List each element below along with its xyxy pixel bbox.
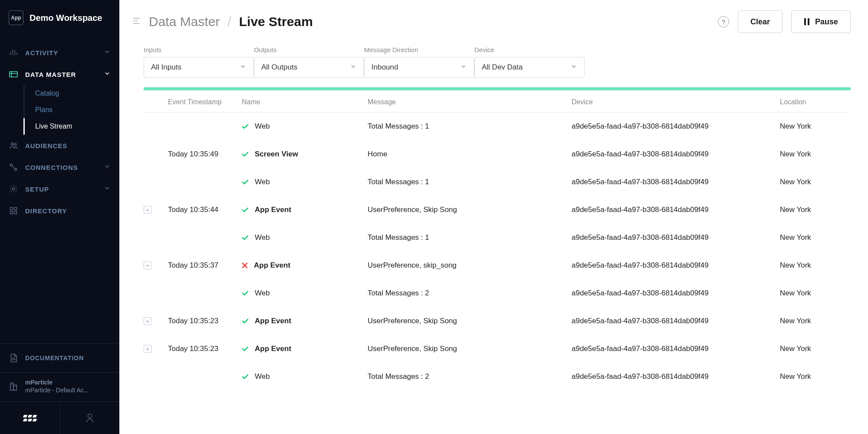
cell-message: Total Messages : 2: [368, 372, 572, 381]
subnav-catalog[interactable]: Catalog: [23, 85, 119, 102]
sidebar-bottom: Documentation mParticle mParticle - Defa…: [0, 343, 119, 434]
cell-location: New York: [780, 150, 851, 159]
check-icon: [242, 346, 249, 351]
svg-rect-7: [14, 208, 17, 210]
filter-direction-label: Message Direction: [364, 46, 474, 53]
table-row[interactable]: +Today 10:35:37App EventUserPreference, …: [144, 252, 851, 279]
table-row[interactable]: WebTotal Messages : 1a9de5e5a-faad-4a97-…: [144, 113, 851, 140]
expand-button[interactable]: +: [144, 206, 151, 214]
cell-message: UserPreference, Skip Song: [368, 317, 572, 325]
table-row[interactable]: WebTotal Messages : 2a9de5e5a-faad-4a97-…: [144, 279, 851, 307]
check-icon: [242, 179, 249, 185]
sidebar: App Demo Workspace Activity Data Master …: [0, 0, 119, 434]
cell-device: a9de5e5a-faad-4a97-b308-6814dab09f49: [572, 261, 780, 270]
main-content: Data Master / Live Stream ? Clear Pause …: [119, 0, 868, 434]
svg-rect-8: [10, 212, 13, 214]
cell-device: a9de5e5a-faad-4a97-b308-6814dab09f49: [572, 345, 780, 353]
gear-icon: [9, 184, 18, 194]
svg-point-3: [10, 164, 13, 166]
svg-point-4: [15, 169, 17, 171]
th-message: Message: [368, 98, 572, 106]
user-button[interactable]: [60, 402, 119, 434]
chevron-down-icon: [104, 48, 111, 57]
connections-icon: [9, 162, 18, 172]
workspace-header[interactable]: App Demo Workspace: [0, 0, 119, 36]
nav-audiences-label: Audiences: [25, 142, 111, 149]
cell-message: Total Messages : 1: [368, 233, 572, 242]
table-row[interactable]: +Today 10:35:23App EventUserPreference, …: [144, 307, 851, 335]
table-row[interactable]: WebTotal Messages : 1a9de5e5a-faad-4a97-…: [144, 168, 851, 196]
table-row[interactable]: WebTotal Messages : 1a9de5e5a-faad-4a97-…: [144, 224, 851, 252]
subnav-live-stream[interactable]: Live Stream: [23, 118, 119, 135]
cell-device: a9de5e5a-faad-4a97-b308-6814dab09f49: [572, 205, 780, 214]
table-row[interactable]: Today 10:35:49Screen ViewHomea9de5e5a-fa…: [144, 140, 851, 168]
expand-button[interactable]: +: [144, 317, 151, 325]
cell-message: Total Messages : 2: [368, 289, 572, 298]
cell-location: New York: [780, 122, 851, 131]
nav-setup[interactable]: Setup: [0, 178, 119, 200]
cell-name: Web: [242, 178, 368, 186]
expand-button[interactable]: +: [144, 262, 151, 269]
event-name: Web: [255, 178, 270, 186]
cell-timestamp: Today 10:35:37: [168, 261, 242, 270]
nav-directory[interactable]: Directory: [0, 200, 119, 222]
filter-device-select[interactable]: All Dev Data: [474, 57, 585, 78]
nav-audiences[interactable]: Audiences: [0, 135, 119, 156]
th-device: Device: [572, 98, 780, 106]
chevron-down-icon: [570, 63, 577, 72]
filter-outputs-select[interactable]: All Outputs: [254, 57, 364, 78]
filter-inputs-select[interactable]: All Inputs: [144, 57, 254, 78]
filter-outputs-value: All Outputs: [261, 63, 297, 72]
pause-button[interactable]: Pause: [791, 10, 851, 33]
clear-button[interactable]: Clear: [738, 10, 783, 33]
breadcrumb-icon: [132, 17, 141, 27]
cell-name: Web: [242, 372, 368, 381]
chevron-down-icon: [104, 185, 111, 193]
filter-device-value: All Dev Data: [482, 63, 523, 72]
nav-data-master[interactable]: Data Master: [0, 63, 119, 85]
account-switcher[interactable]: mParticle mParticle - Default Ac...: [0, 373, 119, 402]
user-icon: [85, 413, 95, 423]
subnav-plans[interactable]: Plans: [23, 102, 119, 118]
th-location: Location: [780, 98, 851, 106]
nav-connections[interactable]: Connections: [0, 156, 119, 178]
filter-direction-select[interactable]: Inbound: [364, 57, 474, 78]
nav-directory-label: Directory: [25, 207, 111, 215]
expand-button[interactable]: +: [144, 345, 151, 353]
pause-label: Pause: [815, 17, 838, 27]
help-button[interactable]: ?: [718, 16, 729, 27]
nav-activity[interactable]: Activity: [0, 42, 119, 63]
event-name: Web: [255, 289, 270, 298]
cell-name: Web: [242, 122, 368, 131]
check-icon: [242, 235, 249, 240]
data-master-subnav: Catalog Plans Live Stream: [0, 85, 119, 135]
svg-rect-10: [10, 383, 13, 390]
filter-inputs-label: Inputs: [144, 46, 254, 53]
svg-rect-0: [10, 72, 17, 77]
event-name: App Event: [255, 345, 291, 353]
logo-button[interactable]: [0, 402, 60, 434]
cell-location: New York: [780, 317, 851, 325]
cell-device: a9de5e5a-faad-4a97-b308-6814dab09f49: [572, 289, 780, 298]
check-icon: [242, 318, 249, 324]
event-name: Web: [255, 233, 270, 242]
cell-device: a9de5e5a-faad-4a97-b308-6814dab09f49: [572, 122, 780, 131]
event-name: Web: [255, 372, 270, 381]
breadcrumb-parent[interactable]: Data Master: [149, 14, 220, 29]
clear-label: Clear: [750, 17, 770, 27]
cell-device: a9de5e5a-faad-4a97-b308-6814dab09f49: [572, 372, 780, 381]
cell-location: New York: [780, 345, 851, 353]
table-row[interactable]: +Today 10:35:44App EventUserPreference, …: [144, 196, 851, 224]
directory-icon: [9, 206, 18, 215]
nav-activity-label: Activity: [25, 49, 97, 56]
breadcrumb-separator: /: [227, 14, 231, 29]
table-row[interactable]: +Today 10:35:23App EventUserPreference, …: [144, 335, 851, 363]
svg-point-12: [88, 414, 92, 418]
table-row[interactable]: WebTotal Messages : 2a9de5e5a-faad-4a97-…: [144, 363, 851, 391]
svg-point-1: [11, 143, 13, 145]
workspace-name: Demo Workspace: [30, 13, 102, 23]
audiences-icon: [9, 141, 18, 150]
th-timestamp: Event Timestamp: [168, 98, 242, 106]
th-name: Name: [242, 98, 368, 106]
documentation-link[interactable]: Documentation: [0, 344, 119, 373]
